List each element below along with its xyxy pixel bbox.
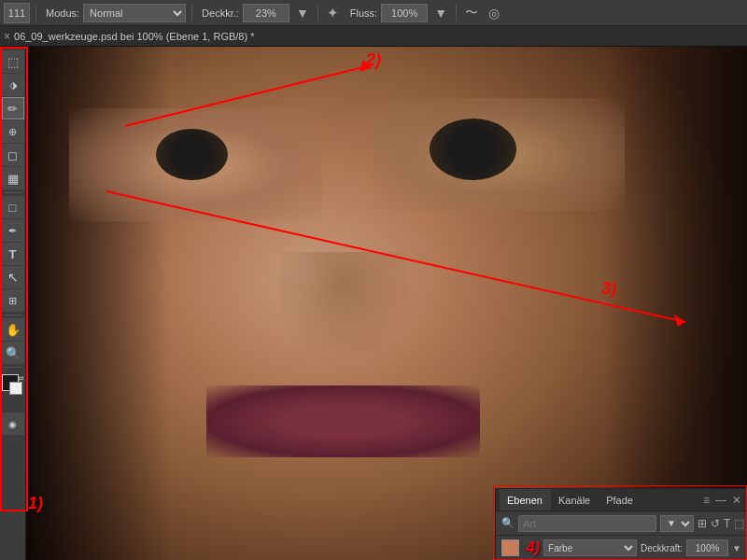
opacity-label: Deckkr.:: [202, 7, 239, 19]
refresh-icon[interactable]: ↺: [711, 517, 720, 530]
brush-size-btn[interactable]: 111: [4, 3, 30, 23]
panel-collapse-icon[interactable]: ✕: [730, 494, 743, 507]
tab-title: 06_09_werkzeuge.psd bei 100% (Ebene 1, R…: [14, 31, 254, 42]
airbrush-icon[interactable]: ✦: [324, 4, 343, 22]
tool-separator-3: [4, 367, 22, 368]
tool-gradient[interactable]: ▦: [2, 167, 24, 189]
tool-selection-arrow[interactable]: ↖: [2, 266, 24, 288]
tool-selection-rect[interactable]: ⬚: [2, 50, 24, 73]
tool-lasso[interactable]: ⬗: [2, 74, 24, 96]
panel-tab-icons: ≡ — ✕: [701, 494, 743, 507]
opacity-row: 4) Farbe Normal Deckkraft: 100% ▼: [527, 539, 741, 556]
separator-2: [191, 5, 192, 21]
separator-4: [456, 5, 457, 21]
mode-label: Modus:: [46, 7, 79, 19]
swap-colors-icon[interactable]: ⇄: [18, 374, 24, 383]
tool-text[interactable]: T: [2, 243, 24, 265]
tab-close-btn[interactable]: ×: [4, 30, 10, 43]
panel-tab-bar: Ebenen Kanäle Pfade ≡ — ✕: [496, 489, 747, 511]
layer-color-swatch[interactable]: [501, 539, 519, 556]
tool-transform[interactable]: ⊞: [2, 289, 24, 312]
brush-size-value: 111: [8, 7, 25, 19]
smooth-icon[interactable]: 〜: [462, 4, 481, 22]
tool-hand[interactable]: ✋: [2, 318, 24, 341]
layer-search-input[interactable]: [518, 515, 656, 532]
canvas-image: [26, 47, 747, 560]
tool-brush[interactable]: ✏: [2, 97, 24, 119]
flow-label: Fluss:: [350, 7, 377, 19]
tool-separator-1: [4, 192, 22, 193]
top-toolbar: 111 Modus: Normal Multiplizieren Abwedel…: [0, 0, 747, 26]
tabbar: × 06_09_werkzeuge.psd bei 100% (Ebene 1,…: [0, 26, 747, 47]
annotation-1: 1): [28, 494, 43, 513]
opacity-input[interactable]: 23%: [243, 4, 289, 22]
tab-ebenen[interactable]: Ebenen: [500, 489, 551, 511]
tool-shape[interactable]: □: [2, 196, 24, 218]
left-tool-panel: ⬚ ⬗ ✏ ⊕ ◻ ▦ □ ✒ T ↖ ⊞ ✋ 🔍 ⇄ ◉: [0, 47, 26, 560]
separator-3: [317, 5, 318, 21]
tool-eraser[interactable]: ◻: [2, 144, 24, 166]
flow-arrow-icon[interactable]: ▼: [431, 4, 450, 22]
opacity-dropdown-icon[interactable]: ▼: [732, 543, 741, 553]
pressure-icon[interactable]: ◎: [485, 4, 503, 22]
search-icon: 🔍: [501, 517, 514, 529]
tab-kanaele[interactable]: Kanäle: [551, 489, 599, 511]
tab-pfade[interactable]: Pfade: [599, 489, 641, 511]
mode-select[interactable]: Normal Multiplizieren Abwedeln: [83, 4, 186, 22]
layers-panel: Ebenen Kanäle Pfade ≡ — ✕ 🔍 ▼ ⊞ ↺: [495, 488, 747, 560]
tool-separator-2: [4, 315, 22, 315]
text-layer-icon[interactable]: T: [724, 517, 730, 530]
blend-mode-select[interactable]: Farbe Normal: [543, 539, 637, 556]
panel-menu-icon[interactable]: ≡: [701, 494, 712, 507]
opacity-text-label: Deckkraft:: [641, 543, 683, 553]
new-layer-icon[interactable]: ⊞: [698, 517, 707, 530]
opacity-value-input[interactable]: 100%: [686, 539, 728, 556]
tool-clone[interactable]: ⊕: [2, 120, 24, 143]
tool-zoom[interactable]: 🔍: [2, 342, 24, 364]
color-swatch-area[interactable]: ⇄: [2, 374, 24, 408]
transform-layer-icon[interactable]: ⬚: [734, 517, 744, 530]
flow-input[interactable]: 100%: [381, 4, 428, 22]
canvas-area[interactable]: 2) 3) 1) Ebenen Kanäle Pfade ≡ — ✕ 🔍: [26, 47, 747, 560]
opacity-arrow-icon[interactable]: ▼: [293, 4, 312, 22]
separator-1: [35, 5, 36, 21]
main-area: ⬚ ⬗ ✏ ⊕ ◻ ▦ □ ✒ T ↖ ⊞ ✋ 🔍 ⇄ ◉: [0, 47, 747, 560]
quick-mask-btn[interactable]: ◉: [2, 413, 24, 435]
layer-action-icons: ⊞ ↺ T ⬚ ⊕ 🗑: [698, 517, 747, 530]
panel-close-icon[interactable]: —: [713, 494, 728, 507]
tool-pen[interactable]: ✒: [2, 219, 24, 242]
layer-color-opacity-row: 4) Farbe Normal Deckkraft: 100% ▼: [496, 536, 747, 560]
layer-type-select[interactable]: ▼: [660, 515, 694, 532]
background-color-swatch[interactable]: [9, 382, 22, 395]
layer-search-row: 🔍 ▼ ⊞ ↺ T ⬚ ⊕ 🗑: [496, 511, 747, 536]
annotation-4: 4): [527, 539, 540, 556]
